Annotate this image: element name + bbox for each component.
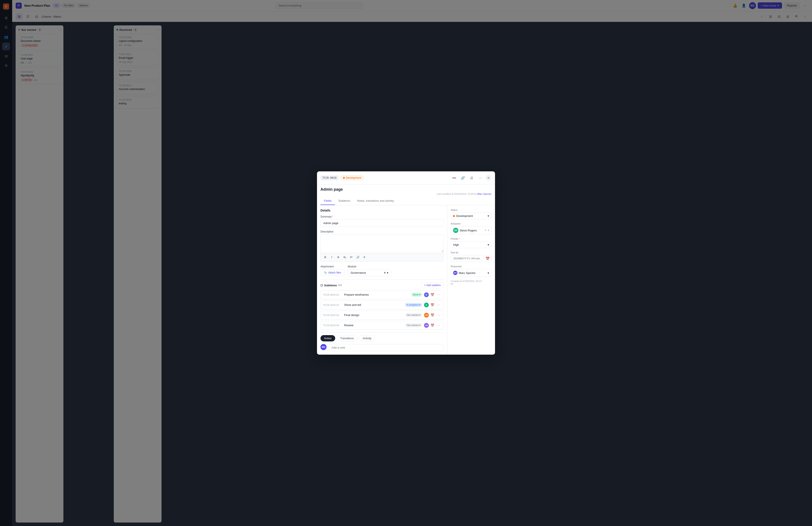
status-inprogress-pill[interactable]: In progress ▾ — [405, 303, 422, 307]
subitem-id: TCCR-0010-01 — [323, 294, 343, 296]
subitem-title: Review — [344, 324, 403, 327]
summary-input[interactable] — [320, 220, 444, 227]
module-select-icons: ✕ ▾ — [383, 271, 388, 274]
link-editor-button[interactable]: 🔗 — [355, 254, 361, 260]
italic-button[interactable]: I — [329, 254, 335, 260]
clear-assignee-icon[interactable]: ✕ — [484, 229, 487, 232]
status-select[interactable]: Development ▾ — [451, 213, 492, 219]
priority-label: Priority * — [451, 238, 492, 240]
subitem-row: TCCR-0010-04 Review Not started ▾ JM 📅 ⋯ — [320, 321, 444, 330]
modified-by-link[interactable]: Marc Spector — [477, 193, 492, 195]
status-notstarted-pill[interactable]: Not started ▾ — [405, 323, 422, 327]
due-by-field: Due by 📅 — [451, 251, 492, 262]
created-info: Created at 07/09/2022, 00:13 by — [451, 280, 492, 285]
more-button[interactable]: ⋯ — [436, 323, 441, 328]
superscript-button[interactable]: X² — [348, 254, 354, 260]
status-field: Status Development ▾ — [451, 209, 492, 219]
modified-info: Last modified at 26/03/2023, 23:09 by Ma… — [317, 193, 495, 197]
clear-icon[interactable]: ✕ — [383, 271, 386, 274]
tab-notes-transitions-activity[interactable]: Notes, transitions and activity — [354, 197, 397, 205]
note-input[interactable] — [329, 344, 444, 351]
modal-header: TCCR-0010 Development 👓 🔗 🖨 ⋯ ✕ — [317, 171, 495, 184]
due-by-container: 📅 — [451, 255, 492, 262]
bottom-tabs: Notes Transitions Activity — [320, 335, 444, 342]
subitem-id: TCCR-0010-02 — [323, 304, 343, 306]
dropdown-icon[interactable]: ▾ — [387, 271, 388, 274]
module-select[interactable]: Governance ✕ ▾ — [348, 269, 391, 276]
requester-value: MS Marc Spector — [453, 271, 476, 275]
divider — [320, 280, 444, 280]
more-button[interactable]: ⋯ — [436, 313, 441, 318]
subitem-row: TCCR-0010-01 Prepare wireframes Done ▾ D… — [320, 290, 444, 299]
transitions-tab[interactable]: Transitions — [336, 335, 358, 342]
attachment-group: Attachment 📎 Attach files — [320, 265, 344, 276]
status-notstarted-pill[interactable]: Not started ▾ — [405, 313, 422, 317]
assignee-avatar: G — [424, 303, 429, 307]
details-section-title: Details — [320, 209, 444, 212]
subitems-title: ⬡ Subitems 0/4 — [320, 284, 342, 287]
calendar-button[interactable]: 📅 — [431, 293, 434, 297]
calendar-icon[interactable]: 📅 — [485, 257, 490, 261]
attach-icon: 📎 — [324, 271, 327, 274]
bold-button[interactable]: B — [322, 254, 328, 260]
subscript-button[interactable]: X₂ — [342, 254, 348, 260]
status-done-pill[interactable]: Done ▾ — [411, 292, 422, 297]
subitem-title: Prepare wireframes — [344, 293, 409, 296]
calendar-button[interactable]: 📅 — [431, 303, 434, 307]
clear-format-button[interactable]: ✕ — [362, 254, 367, 260]
attachment-label: Attachment — [320, 265, 344, 268]
subitem-row: TCCR-0010-03 Final design Not started ▾ … — [320, 311, 444, 319]
summary-label: Summary * — [320, 215, 444, 218]
requester-field: Requester MS Marc Spector ▾ — [451, 265, 492, 277]
status-dot — [343, 177, 345, 179]
summary-group: Summary * — [320, 215, 444, 227]
assignee-select[interactable]: SR Steve Rogers ✕ ▾ — [451, 226, 492, 235]
requester-label: Requester — [451, 265, 492, 268]
strikethrough-button[interactable]: S — [335, 254, 341, 260]
modal-actions: 👓 🔗 🖨 ⋯ ✕ — [451, 175, 492, 181]
calendar-button[interactable]: 📅 — [431, 324, 434, 327]
priority-field: Priority * High ▾ — [451, 238, 492, 248]
requester-dropdown-icon: ▾ — [488, 271, 489, 275]
glasses-icon[interactable]: 👓 — [451, 175, 458, 181]
more-icon[interactable]: ⋯ — [477, 175, 484, 181]
tab-subitems[interactable]: Subitems — [335, 197, 354, 205]
module-group: Module Governance ✕ ▾ — [348, 265, 444, 276]
attachment-section: Attachment 📎 Attach files Module Governa… — [320, 265, 444, 276]
subitems-count: 0/4 — [338, 284, 342, 287]
assignee-name: Steve Rogers — [460, 229, 483, 232]
add-subitem-button[interactable]: + Add subitem — [421, 282, 444, 288]
description-textarea[interactable] — [321, 235, 443, 252]
assignee-avatar: D — [424, 292, 429, 297]
editor-toolbar: B I S X₂ X² 🔗 ✕ — [321, 253, 443, 261]
ticket-id: TCCR-0010 — [320, 176, 338, 180]
assignee-avatar: SR — [453, 228, 458, 233]
more-button[interactable]: ⋯ — [436, 292, 441, 297]
tab-fields[interactable]: Fields — [320, 197, 335, 205]
modal-tabs: Fields Subitems Notes, transitions and a… — [317, 197, 495, 205]
subitem-title: Final design — [344, 313, 403, 317]
subitems-header: ⬡ Subitems 0/4 + Add subitem — [320, 282, 444, 288]
requester-select[interactable]: MS Marc Spector ▾ — [451, 269, 492, 277]
activity-tab[interactable]: Activity — [359, 335, 375, 342]
print-icon[interactable]: 🖨 — [468, 175, 475, 181]
link-icon[interactable]: 🔗 — [460, 175, 466, 181]
notes-tab[interactable]: Notes — [320, 335, 335, 342]
description-group: Description B I S X₂ X² 🔗 ✕ — [320, 230, 444, 261]
status-orange-dot — [453, 215, 455, 217]
assignee-avatar: HR — [424, 313, 429, 318]
status-dropdown-icon: ▾ — [488, 214, 489, 217]
assignee-field: Assignee SR Steve Rogers ✕ ▾ — [451, 222, 492, 235]
close-modal-button[interactable]: ✕ — [485, 175, 492, 181]
calendar-button[interactable]: 📅 — [431, 313, 434, 317]
attach-files-button[interactable]: 📎 Attach files — [320, 269, 344, 276]
modal-overlay[interactable]: TCCR-0010 Development 👓 🔗 🖨 ⋯ ✕ Admin pa… — [0, 0, 812, 526]
assignee-label: Assignee — [451, 222, 492, 225]
assignee-dropdown-icon[interactable]: ▾ — [488, 229, 489, 232]
modal-right-panel: Status Development ▾ Assignee SR Steve — [447, 205, 495, 355]
more-button[interactable]: ⋯ — [436, 302, 441, 307]
priority-select[interactable]: High ▾ — [451, 241, 492, 248]
note-input-area: MS — [320, 344, 444, 351]
subitems-icon: ⬡ — [320, 284, 323, 287]
modal-title-row: Admin page — [317, 184, 495, 193]
